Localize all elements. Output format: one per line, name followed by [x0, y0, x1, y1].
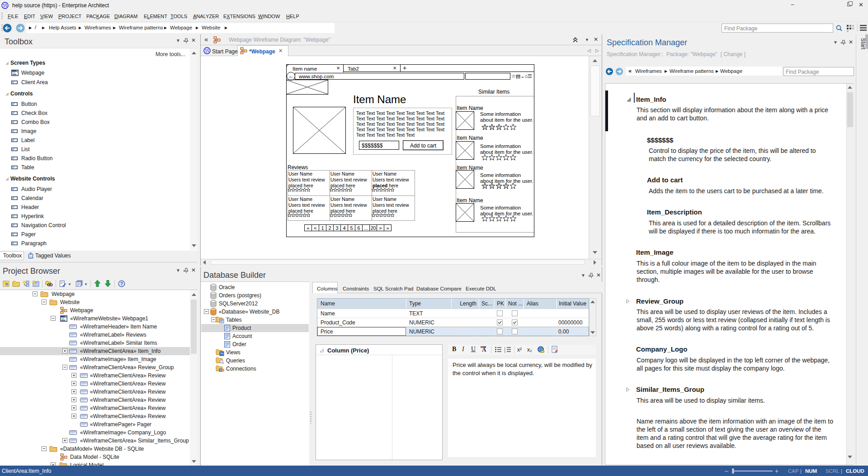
- svg-text:3: 3: [504, 351, 505, 353]
